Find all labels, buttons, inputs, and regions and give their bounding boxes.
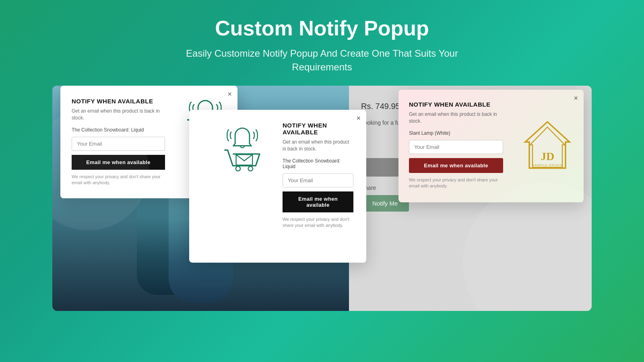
popup-1-title: NOTIFY WHEN AVAILABLE xyxy=(72,98,165,105)
popup-2-privacy: We respect your privacy and don't share … xyxy=(283,216,353,229)
popup-2-content: NOTIFY WHEN AVAILABLE Get an email when … xyxy=(283,122,353,228)
popup-2-inner: NOTIFY WHEN AVAILABLE Get an email when … xyxy=(202,122,353,228)
svg-point-10 xyxy=(248,167,253,171)
cart-bell-icon-2 xyxy=(216,124,268,176)
popup-2: × xyxy=(189,110,366,263)
popup-2-title: NOTIFY WHEN AVAILABLE xyxy=(283,122,353,136)
popup-2-icon-area xyxy=(202,122,283,228)
popup-2-product: The Collection Snowboard: Liquid xyxy=(283,158,353,169)
popup-3-submit[interactable]: Email me when available xyxy=(409,158,503,173)
page-subtitle: Easily Customize Notify Popup And Create… xyxy=(181,47,463,74)
main-container: Rs. 749.95 Sold out Looking for a fun wa… xyxy=(52,86,592,311)
popup-1-close[interactable]: × xyxy=(227,90,232,98)
svg-text:JD: JD xyxy=(541,150,554,162)
popup-3-desc: Get an email when this product is back i… xyxy=(409,111,503,125)
svg-text:SAMPLE ORIGIN: SAMPLE ORIGIN xyxy=(532,163,563,167)
popup-3-close[interactable]: × xyxy=(574,95,578,102)
product-price: Rs. 749.95 xyxy=(361,102,400,111)
popup-2-submit[interactable]: Email me when available xyxy=(283,191,353,212)
popup-3-privacy: We respect your privacy and don't share … xyxy=(409,177,503,189)
page-header: Custom Notify Popup Easily Customize Not… xyxy=(173,0,471,86)
popup-3-title: NOTIFY WHEN AVAILABLE xyxy=(409,101,503,108)
popup-2-desc: Get an email when this product is back i… xyxy=(283,139,353,152)
page-title: Custom Notify Popup xyxy=(181,16,463,40)
popup-2-email-input[interactable] xyxy=(283,173,353,187)
house-logo-icon: JD SAMPLE ORIGIN xyxy=(521,120,574,172)
popup-3-product: Slant Lamp (White) xyxy=(409,130,503,136)
popup-2-close[interactable]: × xyxy=(356,115,361,122)
svg-point-9 xyxy=(236,167,240,171)
popup-3-email-input[interactable] xyxy=(409,140,503,154)
popup-3-content: × NOTIFY WHEN AVAILABLE Get an email whe… xyxy=(398,90,511,202)
